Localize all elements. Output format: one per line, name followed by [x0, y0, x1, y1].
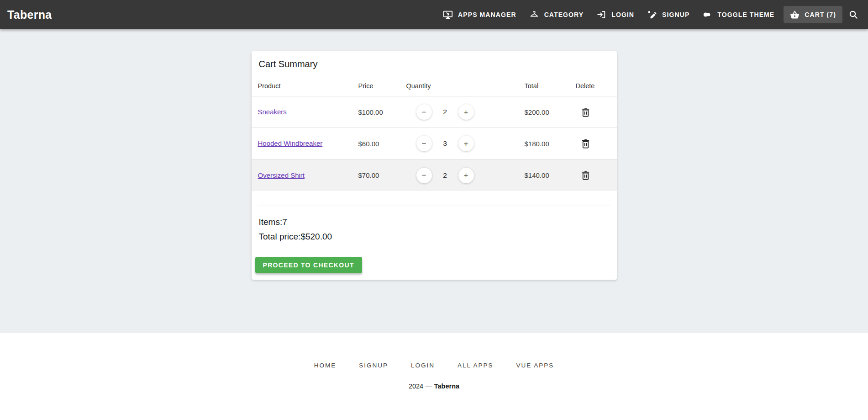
login-arrow-icon	[596, 10, 606, 20]
cart-row-oversized-shirt: Oversized Shirt $70.00 − 2 + $140.00	[252, 159, 617, 191]
product-link[interactable]: Oversized Shirt	[258, 171, 305, 179]
total-price-value: $520.00	[300, 232, 332, 241]
total-price-label: Total price:	[259, 232, 301, 241]
column-header-product: Product	[258, 82, 358, 90]
minus-icon: −	[422, 140, 426, 148]
card-title: Cart Summary	[252, 51, 617, 75]
increase-quantity-button[interactable]: +	[458, 168, 474, 183]
table-header-row: Product Price Quantity Total Delete	[252, 75, 617, 96]
increase-quantity-button[interactable]: +	[458, 136, 474, 151]
hanger-icon	[529, 10, 539, 20]
magnify-icon	[848, 9, 859, 20]
cart-row-sneakers: Sneakers $100.00 − 2 + $200.00	[252, 96, 617, 128]
cart-summary-card: Cart Summary Product Price Quantity Tota…	[252, 51, 617, 280]
nav-category-label: CATEGORY	[544, 11, 584, 18]
items-count-line: Items:7	[259, 215, 610, 229]
nav-login-button[interactable]: LOGIN	[590, 6, 641, 23]
cart-row-hooded-windbreaker: Hooded Windbreaker $60.00 − 3 + $180.00	[252, 128, 617, 159]
nav-menu: APPS MANAGER CATEGORY LOGIN	[437, 6, 861, 23]
shopping-basket-icon	[790, 10, 800, 20]
nav-apps-manager-label: APPS MANAGER	[458, 11, 516, 18]
footer-link-login[interactable]: LOGIN	[411, 362, 435, 369]
column-header-price: Price	[358, 82, 406, 90]
main-content: Cart Summary Product Price Quantity Tota…	[0, 29, 868, 333]
trash-icon	[580, 107, 591, 117]
footer-link-all-apps[interactable]: ALL APPS	[458, 362, 494, 369]
minus-icon: −	[422, 171, 426, 179]
toggle-switch-icon	[702, 10, 712, 20]
column-header-delete: Delete	[576, 82, 610, 90]
copyright: 2024 —Taberna	[0, 383, 868, 390]
proceed-to-checkout-button[interactable]: PROCEED TO CHECKOUT	[255, 257, 362, 273]
search-button[interactable]	[842, 9, 861, 20]
decrease-quantity-button[interactable]: −	[416, 104, 432, 120]
quantity-control: − 2 +	[416, 104, 525, 120]
app-bar: Taberna APPS MANAGER CATEGORY	[0, 0, 868, 29]
footer: HOME SIGNUP LOGIN ALL APPS VUE APPS 2024…	[0, 333, 868, 420]
minus-icon: −	[422, 108, 426, 116]
price-cell: $70.00	[358, 171, 406, 179]
total-cell: $180.00	[525, 140, 576, 148]
decrease-quantity-button[interactable]: −	[416, 168, 432, 183]
decrease-quantity-button[interactable]: −	[416, 136, 432, 151]
plus-icon: +	[464, 171, 468, 179]
brand-logo[interactable]: Taberna	[7, 8, 52, 21]
quantity-value: 2	[443, 171, 447, 180]
signup-pen-icon	[647, 10, 657, 20]
nav-login-label: LOGIN	[611, 11, 634, 18]
cart-totals: Items:7 Total price:$520.00	[252, 206, 617, 244]
trash-icon	[580, 138, 591, 149]
nav-signup-button[interactable]: SIGNUP	[641, 6, 696, 23]
plus-icon: +	[464, 140, 468, 148]
total-cell: $200.00	[525, 108, 576, 116]
copyright-year: 2024 —	[409, 383, 432, 390]
delete-button[interactable]	[579, 169, 592, 181]
column-header-quantity: Quantity	[406, 82, 525, 90]
footer-links: HOME SIGNUP LOGIN ALL APPS VUE APPS	[0, 362, 868, 369]
quantity-control: − 3 +	[416, 136, 525, 151]
plus-icon: +	[464, 108, 468, 116]
quantity-control: − 2 +	[416, 168, 525, 183]
nav-cart-label: CART (7)	[805, 11, 836, 18]
nav-toggle-theme-label: TOGGLE THEME	[717, 11, 774, 18]
nav-category-button[interactable]: CATEGORY	[523, 6, 590, 23]
footer-link-vue-apps[interactable]: VUE APPS	[516, 362, 554, 369]
column-header-total: Total	[525, 82, 576, 90]
items-label: Items:	[259, 217, 283, 227]
copyright-brand: Taberna	[434, 383, 459, 390]
nav-signup-label: SIGNUP	[662, 11, 689, 18]
footer-link-signup[interactable]: SIGNUP	[359, 362, 388, 369]
total-price-line: Total price:$520.00	[259, 229, 610, 244]
total-cell: $140.00	[525, 171, 576, 179]
footer-link-home[interactable]: HOME	[314, 362, 337, 369]
delete-button[interactable]	[579, 138, 592, 150]
quantity-value: 2	[443, 108, 447, 116]
monitor-arrow-icon	[443, 10, 453, 20]
quantity-value: 3	[443, 139, 447, 148]
increase-quantity-button[interactable]: +	[458, 104, 474, 120]
nav-apps-manager-button[interactable]: APPS MANAGER	[437, 6, 523, 23]
nav-cart-button[interactable]: CART (7)	[784, 6, 842, 23]
trash-icon	[580, 170, 591, 181]
price-cell: $60.00	[358, 140, 406, 148]
delete-button[interactable]	[579, 106, 592, 118]
items-value: 7	[282, 217, 287, 227]
product-link[interactable]: Sneakers	[258, 108, 287, 116]
product-link[interactable]: Hooded Windbreaker	[258, 139, 323, 147]
nav-toggle-theme-button[interactable]: TOGGLE THEME	[696, 6, 781, 23]
price-cell: $100.00	[358, 108, 406, 116]
